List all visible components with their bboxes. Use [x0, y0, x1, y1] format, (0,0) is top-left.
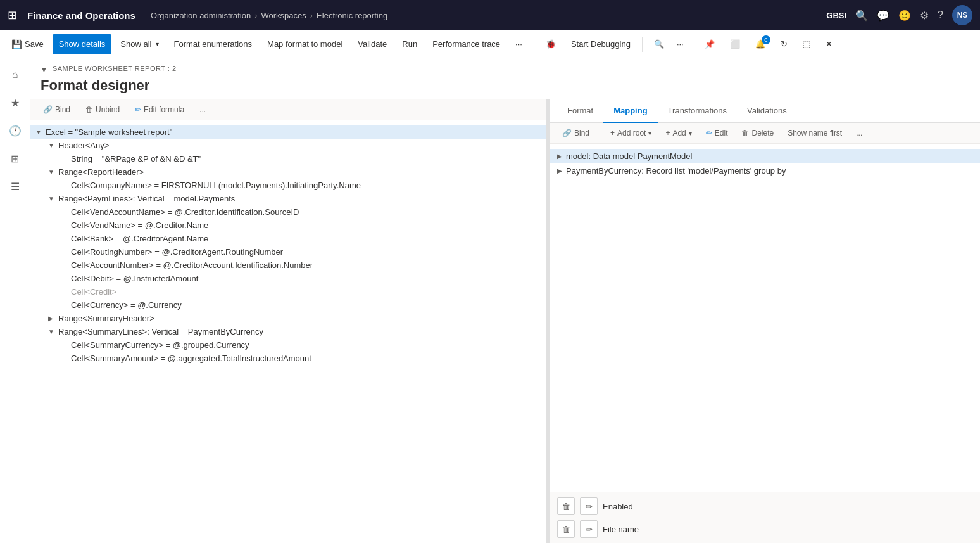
refresh-button[interactable]: ↻	[774, 34, 794, 54]
start-debugging-button[interactable]: Start Debugging	[565, 34, 637, 54]
tab-mapping[interactable]: Mapping	[603, 99, 657, 123]
settings-icon[interactable]: ⚙	[920, 10, 929, 22]
sidebar-workspaces-icon[interactable]: ⊞	[4, 147, 27, 170]
format-tree-item-3[interactable]: ▼Range<ReportHeader>	[30, 165, 546, 179]
page-header: ▼ SAMPLE WORKSHEET REPORT : 2 Format des…	[30, 58, 980, 99]
format-tree-item-11[interactable]: Cell<Debit> = @.InstructedAmount	[30, 272, 546, 285]
format-tree-item-15[interactable]: ▼Range<SummaryLines>: Vertical = Payment…	[30, 325, 546, 338]
validate-button[interactable]: Validate	[351, 34, 393, 54]
mapping-tabs: Format Mapping Transformations Validatio…	[550, 99, 980, 123]
format-tree-item-14[interactable]: ▶Range<SummaryHeader>	[30, 312, 546, 325]
expand-payment-icon: ▶	[557, 167, 562, 174]
format-tree-item-7[interactable]: Cell<VendName> = @.Creditor.Name	[30, 219, 546, 232]
format-tree-text-17: Cell<SummaryAmount> = @.aggregated.Total…	[71, 354, 311, 363]
debug-icon-button[interactable]: 🐞	[539, 34, 562, 54]
app-grid-icon[interactable]: ⊞	[8, 8, 17, 22]
map-format-button[interactable]: Map format to model	[261, 34, 349, 54]
format-tree-item-9[interactable]: Cell<RoutingNumber> = @.CreditorAgent.Ro…	[30, 245, 546, 259]
add-arrow: ▾	[689, 130, 692, 137]
format-tree-item-8[interactable]: Cell<Bank> = @.CreditorAgent.Name	[30, 232, 546, 245]
add-root-button[interactable]: + Add root ▾	[605, 127, 656, 139]
show-all-button[interactable]: Show all ▾	[114, 34, 165, 54]
help-icon[interactable]: ?	[938, 10, 943, 21]
unbind-button[interactable]: 🗑 Unbind	[80, 103, 125, 116]
format-enumerations-button[interactable]: Format enumerations	[168, 34, 259, 54]
breadcrumb-sep-1: ›	[254, 11, 257, 20]
breadcrumb-org[interactable]: Organization administration	[151, 11, 251, 20]
action-more-button[interactable]: ···	[673, 34, 688, 54]
show-name-first-button[interactable]: Show name first	[782, 127, 847, 139]
property-delete-filename-button[interactable]: 🗑	[557, 520, 575, 538]
save-button[interactable]: 💾 Save	[5, 34, 50, 54]
breadcrumb: Organization administration › Workspaces…	[151, 11, 387, 20]
run-button[interactable]: Run	[396, 34, 424, 54]
format-tree-item-6[interactable]: Cell<VendAccountName> = @.Creditor.Ident…	[30, 205, 546, 219]
property-enabled-label: Enabled	[603, 502, 633, 511]
search-icon[interactable]: 🔍	[855, 10, 868, 22]
format-tree-item-17[interactable]: Cell<SummaryAmount> = @.aggregated.Total…	[30, 352, 546, 365]
format-tree-item-16[interactable]: Cell<SummaryCurrency> = @.grouped.Curren…	[30, 338, 546, 352]
format-tree-text-0: Excel = "Sample worksheet report"	[46, 127, 172, 137]
main-content: ⌂ ★ 🕐 ⊞ ☰ ▼ SAMPLE WORKSHEET REPORT : 2 …	[0, 58, 980, 543]
format-tree-item-0[interactable]: ▼Excel = "Sample worksheet report"	[30, 125, 546, 139]
mapping-toolbar: 🔗 Bind + Add root ▾ + Add ▾	[550, 123, 980, 144]
format-tree-text-13: Cell<Currency> = @.Currency	[71, 300, 182, 310]
expand-button[interactable]: ⬚	[796, 34, 817, 54]
format-tree-item-12[interactable]: Cell<Credit>	[30, 285, 546, 298]
mapping-more-button[interactable]: ...	[851, 127, 867, 139]
sidebar-home-icon[interactable]: ⌂	[4, 63, 27, 86]
format-tree-text-12: Cell<Credit>	[71, 287, 116, 297]
chat-icon[interactable]: 💬	[877, 10, 889, 22]
format-tree-item-2[interactable]: String = "&RPage &P of &N &D &T"	[30, 152, 546, 165]
breadcrumb-workspaces[interactable]: Workspaces	[261, 11, 306, 20]
property-edit-enabled-button[interactable]: ✏	[580, 497, 598, 515]
format-tree-text-11: Cell<Debit> = @.InstructedAmount	[71, 274, 198, 283]
expand-icon-0: ▼	[35, 129, 43, 136]
smiley-icon[interactable]: 🙂	[898, 10, 911, 22]
add-plus-icon: +	[665, 129, 670, 137]
filter-icon[interactable]: ▼	[41, 66, 47, 73]
gbsi-label: GBSI	[826, 11, 846, 20]
mapping-delete-button[interactable]: 🗑 Delete	[736, 127, 779, 139]
mapping-payment-text: PaymentByCurrency: Record list 'model/Pa…	[566, 166, 786, 176]
add-root-plus-icon: +	[610, 129, 615, 137]
add-button[interactable]: + Add ▾	[660, 127, 696, 139]
mapping-bind-button[interactable]: 🔗 Bind	[557, 127, 594, 139]
more-options-button[interactable]: ···	[509, 34, 529, 54]
property-edit-filename-button[interactable]: ✏	[580, 520, 598, 538]
sidebar-list-icon[interactable]: ☰	[4, 175, 27, 198]
sidebar-recent-icon[interactable]: 🕐	[4, 119, 27, 142]
search-bar-button[interactable]: 🔍	[648, 34, 670, 54]
format-tree-item-5[interactable]: ▼Range<PaymLines>: Vertical = model.Paym…	[30, 192, 546, 205]
format-tree-text-16: Cell<SummaryCurrency> = @.grouped.Curren…	[71, 340, 249, 350]
format-tree-text-9: Cell<RoutingNumber> = @.CreditorAgent.Ro…	[71, 247, 283, 257]
show-details-button[interactable]: Show details	[53, 34, 112, 54]
mapping-item-payment[interactable]: ▶ PaymentByCurrency: Record list 'model/…	[550, 163, 980, 178]
property-delete-enabled-button[interactable]: 🗑	[557, 497, 575, 515]
format-tree-text-4: Cell<CompanyName> = FIRSTORNULL(model.Pa…	[71, 181, 361, 190]
breadcrumb-electronic[interactable]: Electronic reporting	[317, 11, 387, 20]
breadcrumb-sep-2: ›	[310, 11, 313, 20]
format-tree-item-10[interactable]: Cell<AccountNumber> = @.CreditorAccount.…	[30, 259, 546, 272]
view-button[interactable]: ⬜	[724, 34, 746, 54]
tab-format[interactable]: Format	[557, 99, 603, 123]
mapping-item-model[interactable]: ▶ model: Data model PaymentModel	[550, 149, 980, 163]
close-button[interactable]: ✕	[819, 34, 839, 54]
format-tree-item-1[interactable]: ▼Header<Any>	[30, 139, 546, 152]
edit-formula-button[interactable]: ✏ Edit formula	[130, 103, 189, 116]
format-tree-item-4[interactable]: Cell<CompanyName> = FIRSTORNULL(model.Pa…	[30, 179, 546, 192]
sidebar-favorites-icon[interactable]: ★	[4, 91, 27, 114]
format-tree-item-13[interactable]: Cell<Currency> = @.Currency	[30, 298, 546, 312]
badge-button[interactable]: 🔔 0	[749, 34, 772, 54]
pin-button[interactable]: 📌	[698, 34, 721, 54]
format-tree-text-6: Cell<VendAccountName> = @.Creditor.Ident…	[71, 207, 299, 217]
format-tree: ▼Excel = "Sample worksheet report"▼Heade…	[30, 120, 546, 543]
format-more-button[interactable]: ...	[194, 103, 211, 116]
tab-validations[interactable]: Validations	[737, 99, 797, 123]
tab-transformations[interactable]: Transformations	[658, 99, 737, 123]
mapping-edit-button[interactable]: ✏ Edit	[701, 127, 733, 139]
bind-button[interactable]: 🔗 Bind	[38, 103, 75, 116]
user-avatar[interactable]: NS	[952, 5, 972, 25]
format-tree-text-8: Cell<Bank> = @.CreditorAgent.Name	[71, 234, 208, 243]
performance-trace-button[interactable]: Performance trace	[426, 34, 506, 54]
